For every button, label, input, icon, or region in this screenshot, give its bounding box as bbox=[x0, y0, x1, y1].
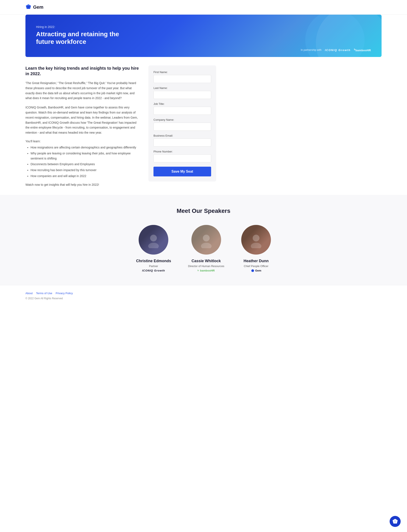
job-title-input[interactable] bbox=[154, 107, 211, 115]
svg-point-5 bbox=[203, 235, 210, 242]
speaker-title-heather: Chief People Officer bbox=[244, 265, 268, 268]
speaker-title-cassie: Director of Human Resources bbox=[188, 265, 224, 268]
section-title: Learn the key hiring trends and insights… bbox=[25, 65, 140, 76]
svg-point-4 bbox=[148, 243, 159, 248]
save-my-seat-button[interactable]: Save My Seat bbox=[154, 167, 211, 176]
speaker-card-christine: Christine Edmonds Partner ICONIQ Growth bbox=[136, 225, 171, 272]
avatar-christine bbox=[139, 225, 168, 255]
cta-text: Watch now to get insights that will help… bbox=[25, 183, 140, 186]
first-name-input[interactable] bbox=[154, 75, 211, 83]
paragraph-1: 'The Great Resignation,' 'The Great Resh… bbox=[25, 81, 140, 101]
list-item: Disconnects between Employers and Employ… bbox=[31, 162, 140, 167]
main-content: Learn the key hiring trends and insights… bbox=[25, 65, 382, 186]
list-item: How companies are and will adapt in 2022 bbox=[31, 174, 140, 179]
phone-number-label: Phone Number: bbox=[154, 150, 211, 153]
bullet-list: How resignations are affecting certain d… bbox=[25, 145, 140, 179]
business-email-input[interactable] bbox=[154, 138, 211, 147]
speaker-company-christine: ICONIQ Growth bbox=[142, 269, 165, 272]
footer-link-about[interactable]: About bbox=[25, 292, 33, 295]
svg-point-6 bbox=[201, 243, 211, 248]
speaker-title-christine: Partner bbox=[149, 265, 158, 268]
footer: About Terms of Use Privacy Policy © 2022… bbox=[0, 285, 407, 306]
footer-link-privacy[interactable]: Privacy Policy bbox=[56, 292, 73, 295]
list-item: How resignations are affecting certain d… bbox=[31, 145, 140, 150]
avatar-heather bbox=[241, 225, 271, 255]
last-name-group: Last Name: bbox=[154, 86, 211, 99]
svg-point-7 bbox=[253, 235, 259, 242]
company-name-input[interactable] bbox=[154, 123, 211, 131]
content-left: Learn the key hiring trends and insights… bbox=[25, 65, 140, 186]
bamboo-logo: bbambooHR bbox=[354, 48, 371, 52]
gem-logo-icon bbox=[25, 4, 31, 11]
speakers-grid: Christine Edmonds Partner ICONIQ Growth … bbox=[25, 225, 382, 272]
form-card: First Name: Last Name: Job Title: Compan… bbox=[148, 65, 216, 182]
svg-point-3 bbox=[150, 235, 157, 242]
first-name-label: First Name: bbox=[154, 70, 211, 74]
speaker-name-heather: Heather Dunn bbox=[243, 259, 269, 263]
speaker-name-christine: Christine Edmonds bbox=[136, 259, 171, 263]
partners-label: In partnership with bbox=[301, 48, 321, 52]
avatar-cassie bbox=[191, 225, 221, 255]
footer-links: About Terms of Use Privacy Policy bbox=[25, 292, 382, 295]
list-item: Why people are leaving or considering le… bbox=[31, 151, 140, 161]
registration-form: First Name: Last Name: Job Title: Compan… bbox=[148, 65, 216, 182]
footer-link-terms[interactable]: Terms of Use bbox=[36, 292, 52, 295]
company-name-label: Company Name: bbox=[154, 118, 211, 121]
speaker-company-cassie: bbambooHR bbox=[198, 269, 215, 272]
speaker-name-cassie: Cassie Whitlock bbox=[191, 259, 221, 263]
job-title-group: Job Title: bbox=[154, 102, 211, 115]
hero-partners: In partnership with ICONIQ Growth bbambo… bbox=[301, 48, 371, 52]
iconiq-logo: ICONIQ Growth bbox=[325, 48, 351, 52]
logo[interactable]: Gem bbox=[25, 4, 43, 11]
gem-icon-speaker bbox=[251, 269, 254, 272]
first-name-group: First Name: bbox=[154, 70, 211, 83]
business-email-label: Business Email: bbox=[154, 134, 211, 137]
footer-copyright: © 2022 Gem All Rights Reserved bbox=[25, 297, 382, 300]
list-item: How recruiting has been impacted by this… bbox=[31, 168, 140, 173]
hero-subtitle: Hiring in 2022: bbox=[36, 25, 371, 29]
phone-number-input[interactable] bbox=[154, 154, 211, 162]
paragraph-2: ICONIQ Growth, BambooHR, and Gem have co… bbox=[25, 105, 140, 135]
header: Gem bbox=[0, 0, 407, 15]
job-title-label: Job Title: bbox=[154, 102, 211, 106]
speaker-company-heather: Gem bbox=[251, 269, 261, 272]
last-name-label: Last Name: bbox=[154, 86, 211, 90]
phone-number-group: Phone Number: bbox=[154, 150, 211, 162]
speaker-card-cassie: Cassie Whitlock Director of Human Resour… bbox=[188, 225, 224, 272]
hero-title: Attracting and retaining the future work… bbox=[36, 30, 121, 46]
speakers-section: Meet Our Speakers Christine Edmonds Part… bbox=[0, 195, 407, 285]
business-email-group: Business Email: bbox=[154, 134, 211, 147]
svg-marker-2 bbox=[26, 4, 31, 6]
hero-banner: Hiring in 2022: Attracting and retaining… bbox=[25, 15, 382, 57]
svg-point-8 bbox=[251, 243, 261, 248]
last-name-input[interactable] bbox=[154, 91, 211, 99]
speaker-card-heather: Heather Dunn Chief People Officer Gem bbox=[241, 225, 271, 272]
learn-label: You'll learn: bbox=[25, 140, 140, 143]
company-name-group: Company Name: bbox=[154, 118, 211, 131]
logo-text: Gem bbox=[33, 4, 43, 10]
speakers-title: Meet Our Speakers bbox=[25, 208, 382, 214]
